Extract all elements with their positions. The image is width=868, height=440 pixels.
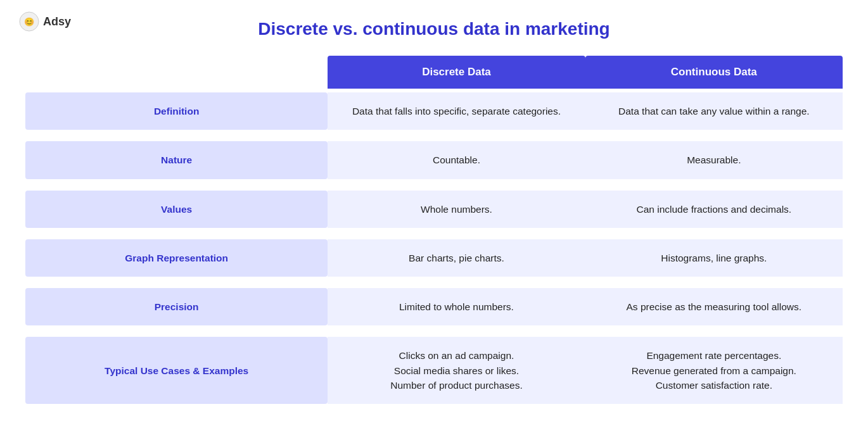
row-discrete-value: Whole numbers. <box>328 191 585 228</box>
table-header-row: Discrete Data Continuous Data <box>25 56 843 89</box>
row-label: Nature <box>25 141 328 179</box>
adsy-logo-icon: 😊 <box>19 11 39 32</box>
row-continuous-value: As precise as the measuring tool allows. <box>585 288 843 325</box>
table-row: PrecisionLimited to whole numbers.As pre… <box>25 288 843 325</box>
row-label: Definition <box>25 92 328 130</box>
table-row: DefinitionData that falls into specific,… <box>25 92 843 130</box>
header-continuous: Continuous Data <box>585 56 843 89</box>
row-discrete-value: Clicks on an ad campaign. Social media s… <box>328 337 585 404</box>
header-empty-cell <box>25 56 328 89</box>
comparison-table: Discrete Data Continuous Data Definition… <box>25 52 843 408</box>
row-label: Typical Use Cases & Examples <box>25 337 328 404</box>
row-discrete-value: Bar charts, pie charts. <box>328 239 585 277</box>
header-discrete: Discrete Data <box>328 56 585 89</box>
logo-text: Adsy <box>43 15 71 28</box>
table-spacer-row <box>25 232 843 236</box>
svg-text:😊: 😊 <box>24 16 35 27</box>
table-row: Graph RepresentationBar charts, pie char… <box>25 239 843 277</box>
row-label: Graph Representation <box>25 239 328 277</box>
row-discrete-value: Data that falls into specific, separate … <box>328 92 585 130</box>
table-spacer-row <box>25 280 843 284</box>
row-label: Precision <box>25 288 328 325</box>
row-continuous-value: Engagement rate percentages. Revenue gen… <box>585 337 843 404</box>
page-title: Discrete vs. continuous data in marketin… <box>25 19 843 39</box>
row-continuous-value: Histograms, line graphs. <box>585 239 843 277</box>
row-label: Values <box>25 191 328 228</box>
row-continuous-value: Can include fractions and decimals. <box>585 191 843 228</box>
row-continuous-value: Measurable. <box>585 141 843 179</box>
row-continuous-value: Data that can take any value within a ra… <box>585 92 843 130</box>
logo-area: 😊 Adsy <box>19 11 71 32</box>
table-row: NatureCountable.Measurable. <box>25 141 843 179</box>
table-spacer-row <box>25 134 843 137</box>
row-discrete-value: Limited to whole numbers. <box>328 288 585 325</box>
table-row: ValuesWhole numbers.Can include fraction… <box>25 191 843 228</box>
table-spacer-row <box>25 183 843 187</box>
table-row: Typical Use Cases & ExamplesClicks on an… <box>25 337 843 404</box>
table-spacer-row <box>25 329 843 333</box>
row-discrete-value: Countable. <box>328 141 585 179</box>
